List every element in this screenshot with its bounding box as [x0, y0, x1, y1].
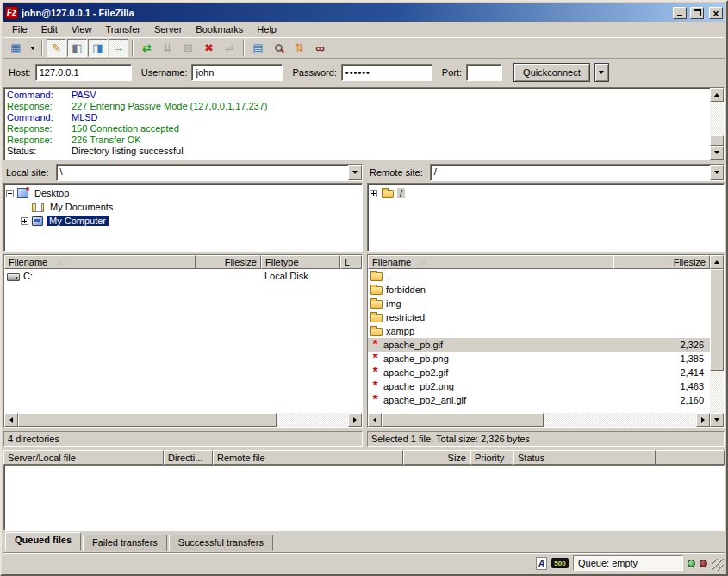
column-header-filename[interactable]: Filename [368, 255, 613, 269]
column-header-filename[interactable]: Filename [4, 255, 196, 269]
toggle-log-button[interactable]: ✎ [47, 39, 66, 57]
local-hscrollbar[interactable] [4, 413, 362, 427]
maximize-icon [694, 9, 701, 16]
collapse-icon[interactable] [6, 190, 14, 197]
scroll-up-button[interactable] [710, 255, 724, 269]
scroll-down-button[interactable] [710, 413, 724, 427]
site-manager-dropdown[interactable] [27, 39, 38, 57]
menu-transfer[interactable]: Transfer [98, 22, 147, 36]
file-row[interactable]: apache_pb.png1,385 [368, 352, 710, 366]
file-row[interactable]: .. [368, 269, 710, 283]
local-site-combobox[interactable]: \ [56, 164, 363, 181]
scroll-down-button[interactable] [710, 146, 724, 160]
column-header-size[interactable]: Size [403, 450, 470, 465]
column-header-filesize[interactable]: Filesize [196, 255, 261, 269]
menu-view[interactable]: View [65, 22, 99, 36]
scroll-thumb[interactable] [18, 413, 277, 427]
quickconnect-button[interactable]: Quickconnect [513, 63, 590, 82]
scroll-thumb[interactable] [710, 135, 724, 146]
compare-directories-button[interactable] [269, 39, 289, 57]
column-header-priority[interactable]: Priority [470, 450, 513, 465]
scroll-right-button[interactable] [348, 413, 362, 427]
toggle-queue-button[interactable]: → [109, 39, 128, 57]
maximize-button[interactable] [690, 7, 704, 19]
tab-queued-files[interactable]: Queued files [5, 532, 81, 551]
password-input[interactable] [341, 64, 432, 81]
scroll-right-button[interactable] [696, 413, 710, 427]
local-site-dropdown[interactable] [348, 165, 362, 180]
activity-led-red-icon [700, 560, 707, 567]
synchronized-browsing-button[interactable]: ⇅ [289, 39, 309, 57]
scroll-left-button[interactable] [4, 413, 18, 427]
tab-successful-transfers[interactable]: Successful transfers [169, 535, 273, 551]
expand-icon[interactable] [370, 190, 377, 197]
file-row[interactable]: xampp [368, 324, 710, 338]
remote-hscrollbar[interactable] [368, 413, 710, 427]
file-row[interactable]: forbidden [368, 283, 710, 297]
column-header-last-modified[interactable]: L [340, 255, 362, 269]
minimize-button[interactable] [673, 7, 687, 19]
image-file-icon [370, 341, 381, 348]
cancel-button[interactable]: ⊠ [178, 39, 198, 57]
tree-item-my-computer[interactable]: My Computer [6, 214, 360, 228]
remote-site-combobox[interactable]: / [430, 164, 725, 181]
log-scrollbar[interactable] [710, 88, 724, 160]
reconnect-button[interactable]: ⇌ [220, 39, 240, 57]
menu-file[interactable]: File [5, 22, 34, 36]
tab-failed-transfers[interactable]: Failed transfers [83, 535, 167, 551]
file-row[interactable]: img [368, 297, 710, 310]
menu-server[interactable]: Server [147, 22, 189, 36]
scroll-thumb[interactable] [382, 413, 544, 427]
file-row[interactable]: restricted [368, 310, 710, 324]
tree-item-root[interactable]: / [370, 186, 722, 200]
datatype-ascii-icon[interactable]: A [536, 557, 547, 570]
column-header-direction[interactable]: Directi... [164, 450, 213, 465]
column-header-status[interactable]: Status [513, 450, 656, 465]
scroll-track [710, 102, 724, 146]
refresh-button[interactable]: ⇄ [137, 39, 157, 57]
quickconnect-dropdown[interactable] [594, 63, 609, 82]
close-button[interactable] [709, 7, 723, 19]
remote-site-dropdown[interactable] [710, 165, 724, 180]
find-files-button[interactable]: ∞ [310, 39, 330, 57]
file-row[interactable]: apache_pb2_ani.gif2,160 [368, 393, 710, 407]
column-header-server-local-file[interactable]: Server/Local file [3, 450, 164, 465]
menu-edit[interactable]: Edit [34, 22, 65, 36]
folder-icon [370, 300, 383, 309]
resize-grip[interactable] [712, 559, 724, 571]
tree-item-desktop[interactable]: Desktop [6, 186, 360, 200]
scroll-up-button[interactable] [710, 88, 724, 102]
column-header-filesize[interactable]: Filesize [613, 255, 710, 269]
file-row[interactable]: apache_pb2.gif2,414 [368, 366, 710, 379]
filter-button[interactable]: ▤ [248, 39, 268, 57]
tree-item-my-documents[interactable]: My Documents [6, 200, 360, 214]
scroll-thumb[interactable] [710, 269, 724, 371]
file-row[interactable]: apache_pb2.png1,463 [368, 379, 710, 393]
window-title: john@127.0.0.1 - FileZilla [22, 8, 669, 18]
remote-vscrollbar[interactable] [710, 255, 724, 427]
username-input[interactable] [191, 64, 283, 81]
menu-help[interactable]: Help [250, 22, 283, 36]
disconnect-button[interactable]: ✖ [199, 39, 219, 57]
host-input[interactable] [35, 64, 132, 81]
speed-limits-icon[interactable]: 500 [551, 558, 569, 568]
site-manager-button[interactable]: ▦ [6, 39, 26, 57]
log-lines: Command:PASV Response:227 Entering Passi… [4, 88, 710, 160]
password-label: Password: [292, 67, 336, 78]
expand-icon[interactable] [21, 217, 28, 225]
local-rows: C: Local Disk [4, 269, 362, 413]
menu-bookmarks[interactable]: Bookmarks [189, 22, 250, 36]
toggle-remote-tree-button[interactable]: ◨ [88, 39, 108, 57]
column-header-filetype[interactable]: Filetype [261, 255, 340, 269]
toggle-local-tree-button[interactable]: ◧ [67, 39, 87, 57]
cancel-icon: ⊠ [184, 42, 193, 53]
scroll-left-button[interactable] [368, 413, 382, 427]
queue-list[interactable] [3, 465, 725, 531]
process-queue-button[interactable]: ⇊ [158, 39, 177, 57]
column-header-remote-file[interactable]: Remote file [213, 450, 403, 465]
file-row-c-drive[interactable]: C: Local Disk [4, 269, 362, 283]
process-queue-icon: ⇊ [163, 42, 172, 53]
arrow-right-icon [701, 417, 705, 423]
port-input[interactable] [466, 64, 502, 81]
file-row-selected[interactable]: apache_pb.gif2,326 [368, 338, 710, 352]
